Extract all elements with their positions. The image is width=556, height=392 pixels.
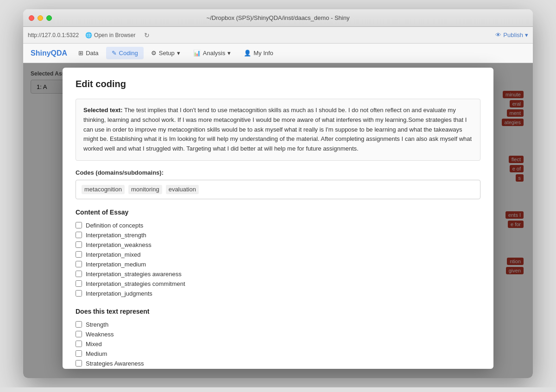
checkbox-interp-weakness: Interpretation_weakness — [76, 240, 480, 250]
publish-button[interactable]: 👁 Publish ▾ — [495, 32, 528, 38]
checkbox-interp-medium-label: Interpretation_medium — [86, 261, 146, 268]
code-tag-evaluation: evaluation — [166, 185, 199, 194]
checkbox-interp-mixed-label: Interpretation_mixed — [86, 251, 141, 258]
nav-item-setup[interactable]: ⚙ Setup ▾ — [145, 47, 186, 59]
modal-backdrop: Edit coding Selected text: The test impl… — [23, 63, 533, 378]
checkbox-weakness-label: Weakness — [86, 331, 114, 338]
nav-item-coding[interactable]: ✎ Coding — [106, 47, 144, 59]
refresh-button[interactable]: ↻ — [142, 31, 152, 40]
checkbox-interp-medium: Interpretation_medium — [76, 259, 480, 269]
publish-label: Publish — [503, 32, 523, 38]
checkbox-mixed-input[interactable] — [76, 341, 82, 347]
gear-icon: ⚙ — [151, 50, 157, 57]
nav-coding-label: Coding — [119, 50, 138, 57]
checkbox-weakness-input[interactable] — [76, 331, 82, 337]
checkbox-interp-strength-label: Interpretation_strength — [86, 232, 146, 239]
checkbox-strength-label: Strength — [86, 321, 108, 328]
checkbox-interp-strat-commitment: Interpretation_strategies commitment — [76, 279, 480, 289]
content-essay-checklist: Definition of concepts Interpretation_st… — [76, 221, 480, 298]
traffic-lights — [29, 15, 52, 21]
checkbox-medium: Medium — [76, 349, 480, 359]
code-tag-metacognition: metacognition — [82, 185, 125, 194]
checkbox-interp-mixed-input[interactable] — [76, 251, 82, 258]
codes-section-label: Codes (domains/subdomains): — [76, 169, 480, 176]
checkbox-interp-strat-commitment-label: Interpretation_strategies commitment — [86, 280, 185, 287]
url-bar[interactable]: http://127.0.0.1:5322 — [28, 32, 79, 38]
checkbox-interp-medium-input[interactable] — [76, 261, 82, 267]
nav-data-label: Data — [86, 50, 98, 57]
code-tag-monitoring: monitoring — [128, 185, 162, 194]
selected-text-content: The test implies that I don't tend to us… — [83, 107, 472, 152]
nav-setup-label: Setup — [159, 50, 175, 57]
checkbox-weakness: Weakness — [76, 329, 480, 339]
codes-input-box[interactable]: metacognition monitoring evaluation — [76, 180, 480, 199]
app-navbar: ShinyQDA ⊞ Data ✎ Coding ⚙ Setup ▾ 📊 Ana… — [23, 44, 533, 63]
checkbox-medium-label: Medium — [86, 350, 107, 357]
checkbox-mixed: Mixed — [76, 339, 480, 349]
checkbox-interp-weakness-input[interactable] — [76, 241, 82, 248]
globe-icon: 🌐 — [85, 32, 92, 38]
checkbox-mixed-label: Mixed — [86, 341, 102, 348]
represent-checklist: Strength Weakness Mixed Medium — [76, 320, 480, 368]
maximize-button[interactable] — [46, 15, 52, 21]
titlebar: ~/Dropbox (SPS)/ShinyQDA/inst/daacs_demo… — [23, 9, 533, 27]
app-window: ~/Dropbox (SPS)/ShinyQDA/inst/daacs_demo… — [23, 9, 533, 378]
publish-chevron-icon: ▾ — [525, 32, 528, 38]
minimize-button[interactable] — [38, 15, 43, 21]
checkbox-strategies-awareness: Strategies Awareness — [76, 359, 480, 368]
checkbox-strength-input[interactable] — [76, 321, 82, 328]
represent-header: Does this text represent — [76, 308, 480, 315]
nav-myinfo-label: My Info — [253, 50, 273, 57]
main-area: Selected Assignment: 1: A minute eral me… — [23, 63, 533, 378]
checkbox-interp-judgments: Interpretation_judgments — [76, 289, 480, 298]
checkbox-interp-strat-awareness: Interpretation_strategies awareness — [76, 269, 480, 279]
checkbox-strength: Strength — [76, 320, 480, 329]
checkbox-interp-strat-commitment-input[interactable] — [76, 280, 82, 287]
checkbox-interp-judgments-input[interactable] — [76, 290, 82, 297]
checkbox-interp-weakness-label: Interpretation_weakness — [86, 241, 152, 248]
nav-item-myinfo[interactable]: 👤 My Info — [238, 47, 279, 59]
selected-text-box: Selected text: The test implies that I d… — [76, 99, 480, 161]
checkbox-medium-input[interactable] — [76, 350, 82, 357]
checkbox-interp-strength-input[interactable] — [76, 232, 82, 238]
chart-icon: 📊 — [193, 50, 201, 57]
open-in-browser-button[interactable]: 🌐 Open in Browser — [82, 31, 138, 40]
checkbox-interp-strat-awareness-label: Interpretation_strategies awareness — [86, 271, 182, 278]
nav-item-analysis[interactable]: 📊 Analysis ▾ — [188, 47, 236, 59]
checkbox-interp-strat-awareness-input[interactable] — [76, 271, 82, 277]
modal-title: Edit coding — [76, 79, 480, 89]
nav-analysis-label: Analysis — [203, 50, 225, 57]
content-essay-header: Content of Essay — [76, 209, 480, 216]
open-in-browser-label: Open in Browser — [94, 32, 135, 38]
selected-text-label: Selected text: — [83, 107, 123, 114]
browser-toolbar: http://127.0.0.1:5322 🌐 Open in Browser … — [23, 27, 533, 44]
nav-item-data[interactable]: ⊞ Data — [73, 47, 104, 59]
user-icon: 👤 — [244, 50, 251, 57]
setup-chevron-icon: ▾ — [177, 50, 180, 57]
app-brand: ShinyQDA — [31, 49, 67, 57]
edit-coding-modal: Edit coding Selected text: The test impl… — [63, 68, 493, 369]
publish-icon: 👁 — [495, 32, 501, 38]
code-icon: ✎ — [112, 50, 117, 57]
checkbox-definition-label: Definition of concepts — [86, 222, 143, 229]
window-title: ~/Dropbox (SPS)/ShinyQDA/inst/daacs_demo… — [207, 14, 350, 21]
close-button[interactable] — [29, 15, 34, 21]
table-icon: ⊞ — [78, 50, 83, 57]
checkbox-strategies-awareness-input[interactable] — [76, 360, 82, 367]
checkbox-definition-input[interactable] — [76, 222, 82, 228]
checkbox-interp-strength: Interpretation_strength — [76, 230, 480, 240]
checkbox-interp-mixed: Interpretation_mixed — [76, 250, 480, 259]
checkbox-definition: Definition of concepts — [76, 221, 480, 230]
checkbox-interp-judgments-label: Interpretation_judgments — [86, 290, 152, 297]
checkbox-strategies-awareness-label: Strategies Awareness — [86, 360, 144, 367]
analysis-chevron-icon: ▾ — [227, 50, 231, 57]
